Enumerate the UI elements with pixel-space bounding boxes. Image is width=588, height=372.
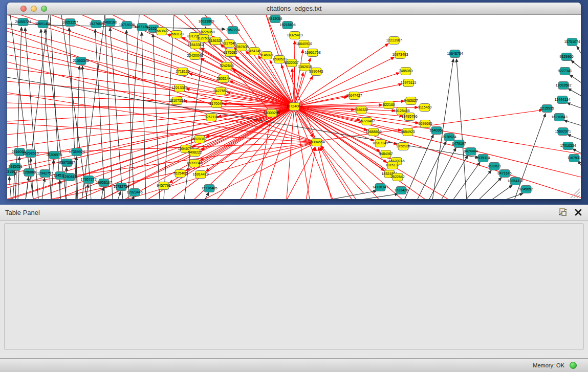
graph-node-label: 2718126 xyxy=(176,70,189,73)
graph-node-label: 8427552 xyxy=(213,89,227,93)
memory-status-icon[interactable] xyxy=(570,362,577,369)
graph-node-label: 18495796 xyxy=(401,115,417,118)
graph-node-label: 16958167 xyxy=(96,181,112,184)
graph-node-label: 1362615 xyxy=(298,65,312,69)
memory-status-label: Memory: OK xyxy=(533,362,564,368)
graph-node-label: 12213967 xyxy=(386,38,402,42)
graph-node-label: 393159 xyxy=(7,170,15,173)
graph-node-label: 10973493 xyxy=(392,53,408,56)
graph-node-label: 2522542 xyxy=(390,175,404,179)
graph-node-label: 12923446 xyxy=(126,190,142,194)
graph-node-label: 1167531 xyxy=(568,156,581,160)
graph-node-label: 7485063 xyxy=(399,69,412,73)
window-resize-grip[interactable] xyxy=(571,189,580,198)
graph-node-label: 1588520 xyxy=(272,57,286,61)
graph-node-label: 19218506 xyxy=(279,23,295,27)
graph-edge xyxy=(201,58,294,106)
graph-edge xyxy=(9,177,11,199)
graph-node-label: 12213383 xyxy=(171,86,187,90)
graph-edge xyxy=(478,178,502,199)
graph-node-label: 18724007 xyxy=(286,104,302,108)
graph-node-label: 7857224 xyxy=(226,28,239,32)
table-panel-frame xyxy=(4,223,584,350)
graph-node-label: 9175685 xyxy=(223,51,237,54)
graph-edge xyxy=(15,27,21,199)
graph-edge xyxy=(564,120,581,125)
graph-node-label: 17957272 xyxy=(80,178,96,181)
graph-node-label: 9227341 xyxy=(558,69,572,73)
graph-node-label: 9115460 xyxy=(418,105,432,109)
graph-node-label: 8471676 xyxy=(497,171,511,175)
graph-node-label: 16543382 xyxy=(187,43,203,47)
graph-node-label: 7663822 xyxy=(155,29,168,33)
graph-node-label: 16210643 xyxy=(551,115,567,119)
graph-node-label: 822160 xyxy=(383,103,395,106)
graph-node-label: 93975887 xyxy=(59,161,75,164)
graph-node-label: 9267110 xyxy=(205,115,219,119)
graph-node-label: 8215935 xyxy=(540,106,554,110)
graph-node-label: 15751074 xyxy=(564,40,580,43)
network-window-titlebar[interactable]: citations_edges.txt xyxy=(7,3,581,15)
graph-node-label: 10647427 xyxy=(346,94,362,97)
graph-node-label: 16648784 xyxy=(447,52,463,55)
graph-edge xyxy=(169,106,294,183)
graph-edge xyxy=(287,106,294,199)
graph-node-label: 9463627 xyxy=(404,99,418,102)
graph-node-label: 19384554 xyxy=(309,140,324,144)
graph-node-label: 9146821 xyxy=(259,53,273,57)
graph-node-label: 9457791 xyxy=(157,184,170,187)
close-panel-icon[interactable] xyxy=(574,208,583,217)
graph-edge xyxy=(504,193,523,199)
graph-node-label: 17359924 xyxy=(69,150,84,154)
table-panel: Table Panel xyxy=(0,205,588,358)
graph-node-label: 5878312 xyxy=(192,137,206,141)
graph-node-label: 1250515 xyxy=(62,175,76,179)
network-desktop: citations_edges.txt 24055724206914061065… xyxy=(0,0,588,205)
network-view-window[interactable]: citations_edges.txt 24055724206914061065… xyxy=(7,3,581,199)
graph-node-label: 1527602 xyxy=(89,22,103,26)
graph-node-label: 21053346 xyxy=(73,59,89,62)
graph-node-label: 9245652 xyxy=(519,187,533,191)
graph-node-label: 9242848 xyxy=(220,64,233,68)
graph-node-label: 8454749 xyxy=(247,49,261,53)
graph-node-label: 8813054 xyxy=(268,17,282,20)
network-window-title: citations_edges.txt xyxy=(7,5,581,12)
graph-node-label: 8466160 xyxy=(103,20,117,24)
network-canvas[interactable]: 2405572420691406106532571527602846616010… xyxy=(7,15,581,199)
graph-edge xyxy=(294,41,295,106)
graph-edge xyxy=(26,177,29,199)
graph-node-label: 10688609 xyxy=(365,130,381,134)
graph-edge xyxy=(82,15,294,106)
graph-node-label: 20206576 xyxy=(46,153,62,157)
float-panel-icon[interactable] xyxy=(558,208,568,217)
graph-node-label: 9474444 xyxy=(464,149,477,153)
graph-node-label: 9329966 xyxy=(559,55,573,58)
graph-node-label: 24055724 xyxy=(15,20,31,24)
graph-node-label: 1640954 xyxy=(429,128,443,132)
graph-edge xyxy=(568,89,581,96)
graph-node-label: 2935114 xyxy=(476,156,490,160)
graph-node-label: 18107554 xyxy=(169,99,185,102)
graph-edge xyxy=(294,73,400,106)
graph-node-label: 7632621 xyxy=(487,164,501,168)
graph-edge xyxy=(189,73,294,106)
graph-node-label: 1156869 xyxy=(23,170,36,174)
graph-node-label: 9756928 xyxy=(396,144,410,148)
graph-node-label: 10125488 xyxy=(394,109,409,113)
graph-edge xyxy=(328,191,377,199)
graph-node-label: 18325419 xyxy=(287,33,302,37)
graph-node-label: 15298510 xyxy=(23,151,38,155)
graph-edge xyxy=(456,59,467,199)
graph-node-label: 10653257 xyxy=(62,20,78,24)
graph-node-label: 16099345 xyxy=(186,161,202,165)
graph-node-label: 18300295 xyxy=(264,111,279,115)
application-window: citations_edges.txt 24055724206914061065… xyxy=(0,0,588,372)
graph-node-label: 9484067 xyxy=(379,152,393,156)
graph-node-label: 22420046 xyxy=(187,54,203,57)
graph-node-label: 8170044 xyxy=(209,102,223,105)
graph-node-label: 2367608 xyxy=(234,45,248,49)
graph-node-label: 12942757 xyxy=(37,171,53,175)
graph-edge xyxy=(51,160,54,199)
graph-edge xyxy=(577,46,581,53)
graph-edge xyxy=(573,149,581,153)
